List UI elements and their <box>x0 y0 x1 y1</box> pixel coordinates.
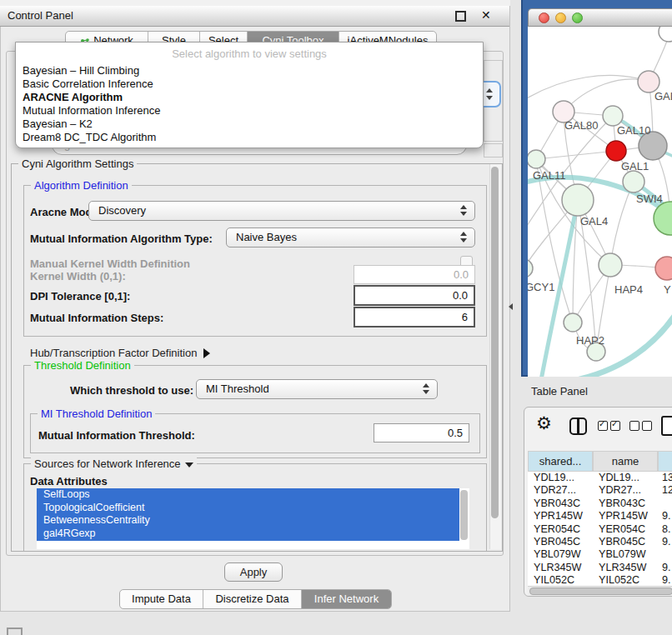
attribute-item[interactable]: SelfLoops <box>37 488 459 502</box>
dpi-tolerance-label: DPI Tolerance [0,1]: <box>30 290 130 302</box>
network-edge[interactable] <box>610 182 634 265</box>
threshold-definition-title: Threshold Definition <box>31 359 134 372</box>
splitter-arrow-icon[interactable] <box>509 303 513 310</box>
stepper-arrows-icon <box>423 382 430 396</box>
checked-checkbox-icon[interactable]: ✓ <box>610 421 620 431</box>
table-header: shared...name <box>528 451 672 472</box>
algorithm-option[interactable]: Bayesian – K2 <box>21 118 478 131</box>
algorithm-option[interactable]: ARACNE Algorithm <box>21 91 478 104</box>
chevron-down-icon <box>486 96 493 100</box>
checked-checkbox-icon[interactable]: ✓ <box>598 421 608 431</box>
mi-steps-field[interactable]: 6 <box>354 307 475 328</box>
table-row[interactable]: YBR045CYBR045C9. <box>528 536 672 548</box>
which-threshold-select[interactable]: MI Threshold <box>196 379 438 399</box>
tab-label: Impute Data <box>132 590 191 608</box>
tab-discretize-data[interactable]: Discretize Data <box>203 590 301 608</box>
table-cell: YBL079W <box>593 548 658 561</box>
float-window-icon[interactable] <box>455 11 466 22</box>
attribute-item[interactable]: BetweennessCentrality <box>37 514 459 528</box>
collapse-down-icon <box>185 462 193 468</box>
document-icon[interactable] <box>661 416 672 436</box>
algorithm-select-placeholder: Select algorithm to view settings <box>16 48 483 60</box>
column-header[interactable]: shared... <box>528 451 593 472</box>
table-cell: YDL19... <box>528 472 593 484</box>
node-salmon[interactable] <box>655 257 672 280</box>
close-traffic-light[interactable] <box>539 12 549 23</box>
node-hap2[interactable] <box>564 313 582 332</box>
top-strip <box>0 0 510 6</box>
table-cell: 9. <box>658 510 672 522</box>
algorithm-option-list: Bayesian – Hill ClimbingBasic Correlatio… <box>21 64 478 145</box>
algorithm-option[interactable]: Dream8 DC_TDC Algorithm <box>21 131 478 144</box>
table-cell <box>658 548 672 561</box>
columns-icon[interactable] <box>569 418 587 435</box>
network-edge[interactable] <box>536 151 616 159</box>
table-cell: YER054C <box>528 523 593 536</box>
settings-scrollbar-thumb[interactable] <box>491 167 499 518</box>
network-view-titlebar[interactable] <box>528 8 672 27</box>
close-icon[interactable]: ✕ <box>481 8 491 22</box>
table-row[interactable]: YPR145WYPR145W9. <box>528 510 672 522</box>
stepper-arrows-icon <box>460 231 468 244</box>
column-header[interactable]: name <box>593 451 658 472</box>
table-rows: YDL19...YDL19...13YDR27...YDR27...12YBR0… <box>528 472 672 586</box>
data-attributes-label: Data Attributes <box>30 475 108 488</box>
kernel-width-field[interactable]: 0.0 <box>354 265 475 284</box>
table-row[interactable]: YLR345WYLR345W9. <box>528 562 672 574</box>
zoom-traffic-light[interactable] <box>572 12 583 23</box>
table-cell: YIL052C <box>528 574 593 586</box>
column-header[interactable] <box>658 451 672 472</box>
control-panel-titlebar: Control Panel ✕ <box>0 6 509 27</box>
node-gal1[interactable] <box>606 141 626 161</box>
network-canvas[interactable]: GALGAL80GAL10GAL1SWI4GAL11GAL4GCY1HAP4YH… <box>528 27 672 377</box>
algorithm-option[interactable]: Basic Correlation Inference <box>21 78 478 91</box>
hub-definition-expander[interactable]: Hub/Transcription Factor Definition <box>30 347 210 359</box>
mi-threshold-definition-title: MI Threshold Definition <box>38 408 155 420</box>
node-gal1-label: GAL1 <box>621 160 649 172</box>
node-gcy1[interactable] <box>528 259 533 278</box>
table-hscrollbar-thumb[interactable] <box>529 588 672 595</box>
unchecked-checkbox-icon[interactable] <box>642 421 652 431</box>
dpi-tolerance-field[interactable]: 0.0 <box>354 285 475 306</box>
mi-threshold-field[interactable]: 0.5 <box>374 423 469 442</box>
node-hap4[interactable] <box>599 253 622 277</box>
attributes-scrollbar-thumb[interactable] <box>460 490 468 540</box>
table-cell: YBR045C <box>528 536 593 548</box>
mi-type-label: Mutual Information Algorithm Type: <box>30 232 213 245</box>
network-edge[interactable] <box>564 79 649 112</box>
algorithm-option[interactable]: Mutual Information Inference <box>21 104 478 118</box>
aracne-mode-select[interactable]: Discovery <box>88 201 475 221</box>
settings-group-title: Cyni Algorithm Settings <box>18 158 137 170</box>
table-row[interactable]: YDL19...YDL19...13 <box>528 472 672 484</box>
tab-impute-data[interactable]: Impute Data <box>120 590 203 608</box>
unchecked-checkbox-icon[interactable] <box>629 421 639 431</box>
table-row[interactable]: YER054CYER054C8. <box>528 523 672 536</box>
table-cell: YLR345W <box>593 562 658 574</box>
apply-button[interactable]: Apply <box>224 562 283 582</box>
mi-algorithm-type-select[interactable]: Naive Bayes <box>226 228 475 248</box>
node-gal4-label: GAL4 <box>580 215 608 228</box>
sources-group-title[interactable]: Sources for Network Inference <box>31 458 197 470</box>
minimize-traffic-light[interactable] <box>555 12 566 23</box>
minimized-widget[interactable] <box>7 628 23 635</box>
table-row[interactable]: YBR043CYBR043C <box>528 498 672 510</box>
node-edge-top[interactable] <box>659 27 672 42</box>
node-swi4[interactable] <box>623 171 644 192</box>
network-edge[interactable] <box>536 159 573 322</box>
node-salmon-label: Y <box>664 283 671 296</box>
tab-infer-network[interactable]: Infer Network <box>301 590 391 608</box>
table-cell: 9. <box>658 536 672 548</box>
node-swi4-label: SWI4 <box>636 192 663 205</box>
table-row[interactable]: YIL052CYIL052C9. <box>528 574 672 586</box>
table-cell: 13 <box>658 472 672 484</box>
attribute-item[interactable]: gal4RGexp <box>37 528 459 541</box>
node-gal4[interactable] <box>562 184 594 216</box>
algorithm-option[interactable]: Bayesian – Hill Climbing <box>21 64 478 78</box>
gear-icon[interactable]: ⚙ <box>536 414 552 432</box>
table-row[interactable]: YBL079WYBL079W <box>528 548 672 561</box>
attribute-item[interactable]: TopologicalCoefficient <box>37 502 459 515</box>
node-gal11[interactable] <box>528 150 545 168</box>
node-gal10[interactable] <box>603 106 623 126</box>
table-row[interactable]: YDR27...YDR27...12 <box>528 484 672 497</box>
table-hscrollbar-track[interactable] <box>528 586 672 596</box>
